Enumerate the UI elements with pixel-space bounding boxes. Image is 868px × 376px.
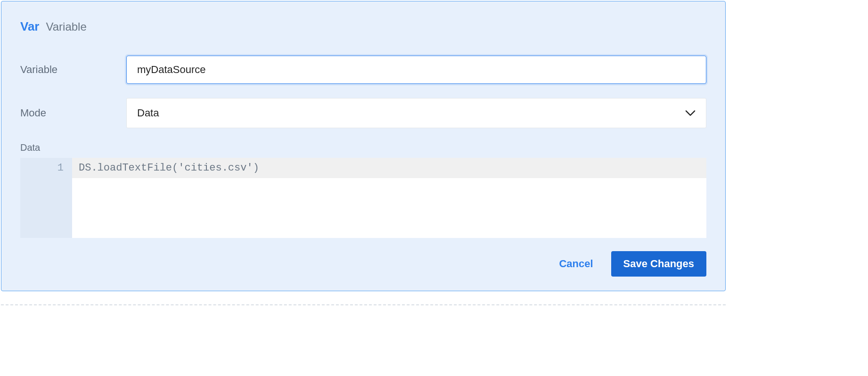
data-section-label: Data: [20, 142, 706, 153]
chevron-down-icon: [685, 110, 696, 116]
dashed-separator: [1, 304, 726, 316]
variable-name-input[interactable]: [126, 56, 706, 84]
mode-label: Mode: [20, 107, 126, 119]
node-type-subtitle: Variable: [46, 20, 87, 33]
mode-select-value: Data: [137, 107, 159, 119]
code-editor[interactable]: 1 DS.loadTextFile('cities.csv'): [20, 158, 706, 238]
variable-row: Variable: [20, 56, 706, 84]
variable-label: Variable: [20, 64, 126, 76]
cancel-button[interactable]: Cancel: [557, 253, 595, 275]
mode-select[interactable]: Data: [126, 98, 706, 128]
code-line[interactable]: DS.loadTextFile('cities.csv'): [72, 158, 706, 178]
gutter-line-number: 1: [22, 160, 64, 176]
footer-actions: Cancel Save Changes: [20, 251, 706, 277]
code-gutter: 1: [20, 158, 72, 238]
panel-header: Var Variable: [20, 19, 706, 34]
variable-editor-panel: Var Variable Variable Mode Data Data: [1, 1, 726, 291]
node-type-tag: Var: [20, 19, 40, 34]
save-changes-button[interactable]: Save Changes: [611, 251, 706, 277]
mode-row: Mode Data: [20, 98, 706, 128]
code-body[interactable]: DS.loadTextFile('cities.csv'): [72, 158, 706, 238]
